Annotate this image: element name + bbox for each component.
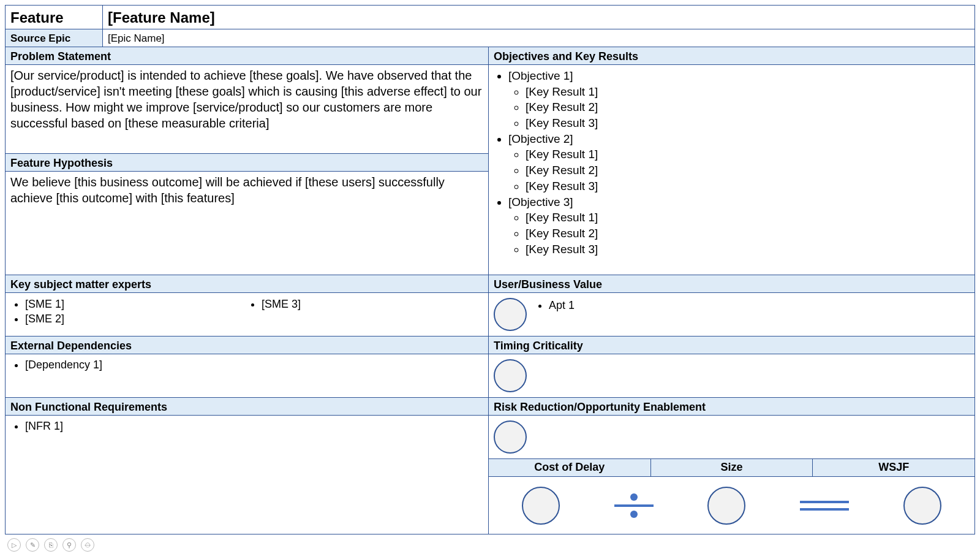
feature-hypothesis-header: Feature Hypothesis [5, 153, 489, 172]
problem-statement-body: [Our service/product] is intended to ach… [5, 64, 489, 154]
nfr-body: [NFR 1] [5, 415, 489, 534]
okr-list: [Objective 1] [Key Result 1] [Key Result… [508, 69, 970, 257]
tc-score-circle [494, 359, 527, 392]
ubv-header: User/Business Value [488, 275, 975, 293]
kr-item: [Key Result 2] [526, 163, 970, 178]
sme-item: [SME 1] [25, 297, 247, 311]
nfr-item: [NFR 1] [25, 419, 483, 433]
play-icon[interactable]: ▷ [7, 538, 21, 552]
rroe-score-circle [494, 420, 527, 454]
kr-item: [Key Result 3] [526, 242, 970, 257]
size-score-circle [707, 487, 745, 525]
deps-header: External Dependencies [5, 336, 489, 354]
feature-hypothesis-body: We believe [this business outcome] will … [5, 171, 489, 275]
pen-icon[interactable]: ✎ [26, 538, 39, 552]
copy-icon[interactable]: ⎘ [44, 538, 58, 552]
kr-item: [Key Result 3] [526, 179, 970, 194]
sme-item: [SME 2] [25, 312, 247, 326]
okr-body: [Objective 1] [Key Result 1] [Key Result… [488, 64, 975, 275]
metrics-header: Cost of Delay Size WSJF [488, 458, 975, 477]
feature-canvas: Feature [Feature Name] Source Epic [Epic… [5, 5, 975, 554]
objective-item: [Objective 1] [Key Result 1] [Key Result… [508, 69, 970, 131]
ubv-score-circle [494, 298, 527, 331]
feature-value: [Feature Name] [108, 9, 215, 26]
sme-header: Key subject matter experts [5, 275, 489, 293]
source-epic-label: Source Epic [10, 32, 70, 44]
tc-body [488, 354, 975, 398]
source-epic-value-cell: [Epic Name] [102, 29, 975, 47]
feature-value-cell: [Feature Name] [102, 5, 975, 29]
divide-icon [614, 493, 654, 518]
objective-item: [Objective 3] [Key Result 1] [Key Result… [508, 195, 970, 257]
kr-item: [Key Result 1] [526, 210, 970, 226]
kr-item: [Key Result 1] [526, 147, 970, 162]
okr-header: Objectives and Key Results [488, 47, 975, 65]
feature-label: Feature [10, 9, 64, 26]
wsjf-label: WSJF [813, 459, 974, 476]
tc-header: Timing Criticality [488, 336, 975, 354]
dep-item: [Dependency 1] [25, 358, 483, 372]
wsjf-score-circle [903, 487, 941, 525]
more-icon[interactable]: ⦵ [81, 538, 94, 552]
presentation-toolbar: ▷ ✎ ⎘ ⚲ ⦵ [7, 538, 94, 552]
zoom-icon[interactable]: ⚲ [62, 538, 76, 552]
sme-item: [SME 3] [262, 297, 483, 311]
sme-body: [SME 1] [SME 2] [SME 3] [5, 292, 489, 337]
rroe-header: Risk Reduction/Opportunity Enablement [488, 397, 975, 416]
cod-score-circle [522, 487, 560, 525]
objective-item: [Objective 2] [Key Result 1] [Key Result… [508, 132, 970, 194]
kr-item: [Key Result 2] [526, 226, 970, 241]
cod-label: Cost of Delay [489, 459, 651, 476]
size-label: Size [651, 459, 813, 476]
source-epic-value: [Epic Name] [108, 32, 165, 44]
feature-label-cell: Feature [5, 5, 103, 29]
metrics-body [488, 476, 975, 534]
kr-item: [Key Result 3] [526, 116, 970, 131]
kr-item: [Key Result 1] [526, 85, 970, 100]
source-epic-label-cell: Source Epic [5, 29, 103, 47]
equals-icon [800, 501, 849, 511]
problem-statement-header: Problem Statement [5, 47, 489, 65]
deps-body: [Dependency 1] [5, 354, 489, 398]
ubv-body: Apt 1 [488, 292, 975, 337]
rroe-body [488, 415, 975, 459]
ubv-item: Apt 1 [549, 299, 575, 313]
kr-item: [Key Result 2] [526, 100, 970, 115]
nfr-header: Non Functional Requirements [5, 397, 489, 416]
